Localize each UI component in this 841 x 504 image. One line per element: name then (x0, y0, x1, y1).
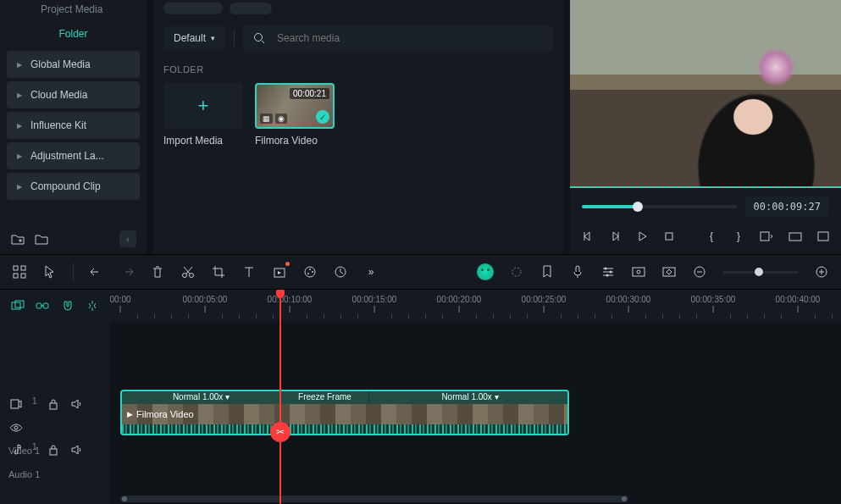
mark-in-button[interactable]: { (705, 229, 717, 244)
timeline-scrollbar[interactable] (120, 496, 831, 502)
scissors-icon[interactable]: ✂ (270, 422, 290, 442)
motion-button[interactable] (333, 264, 348, 280)
fullscreen-button[interactable] (817, 229, 829, 244)
timeline: 1 Video 1 1 Audio 1 00:0000:00:05:0000:0… (0, 290, 841, 504)
play-button[interactable] (636, 229, 648, 244)
video-track-row[interactable]: Normal 1.00x ▾Freeze FrameNormal 1.00x ▾… (110, 390, 841, 435)
collapse-sidebar-button[interactable]: ‹ (119, 230, 136, 247)
video-clip[interactable]: Normal 1.00x ▾Freeze FrameNormal 1.00x ▾… (120, 390, 569, 435)
video-track-header[interactable]: 1 Video 1 (0, 390, 110, 435)
zoom-slider[interactable] (722, 271, 799, 274)
media-clip-thumbnail[interactable]: 00:00:21 ▦ ◉ ✓ (255, 83, 335, 129)
voiceover-button[interactable] (570, 264, 585, 280)
svg-point-15 (307, 273, 309, 274)
timeline-toolbar: » (0, 254, 841, 290)
timeline-ruler[interactable]: 00:0000:00:05:0000:00:10:0000:00:15:0000… (110, 290, 841, 322)
svg-point-9 (183, 274, 187, 278)
mark-out-button[interactable]: } (733, 229, 744, 244)
preview-viewport[interactable] (570, 0, 841, 188)
zoom-in-button[interactable] (814, 264, 829, 280)
tl-option-link-icon[interactable] (36, 298, 51, 313)
crop-button[interactable] (211, 264, 226, 280)
more-tools-button[interactable]: » (363, 264, 379, 280)
keyframe-button[interactable] (661, 264, 677, 280)
stop-button[interactable] (663, 229, 675, 244)
folder-icon[interactable] (34, 231, 49, 246)
delete-button[interactable] (150, 264, 165, 280)
sidebar-item-label: Adjustment La... (30, 150, 104, 162)
ai-assistant-button[interactable] (477, 263, 494, 280)
sidebar-item-global-media[interactable]: ▶Global Media (7, 51, 140, 78)
svg-point-12 (305, 267, 315, 277)
chevron-right-icon: ▶ (17, 61, 22, 69)
quality-dropdown[interactable] (760, 229, 773, 244)
marker-button[interactable] (539, 264, 555, 280)
audio-mix-button[interactable] (600, 264, 616, 280)
audio-track-row[interactable] (110, 435, 841, 481)
new-folder-icon[interactable] (10, 231, 25, 246)
lock-icon[interactable] (46, 396, 61, 412)
tl-option-magnet-icon[interactable] (60, 298, 75, 313)
render-button[interactable] (631, 264, 646, 280)
svg-rect-7 (14, 274, 18, 278)
prev-frame-button[interactable] (582, 229, 594, 244)
lock-icon[interactable] (46, 442, 61, 457)
search-input[interactable] (275, 31, 545, 45)
svg-rect-22 (633, 268, 645, 276)
text-button[interactable] (241, 264, 257, 280)
redo-button[interactable] (119, 264, 135, 280)
svg-rect-8 (21, 274, 25, 278)
sort-dropdown[interactable]: Default ▾ (163, 26, 225, 50)
sidebar-item-influence-kit[interactable]: ▶Influence Kit (7, 112, 140, 139)
media-sidebar: Project Media Folder ▶Global Media ▶Clou… (0, 0, 147, 254)
svg-point-10 (190, 274, 194, 278)
clip-duration-badge: 00:00:21 (290, 88, 329, 99)
svg-point-13 (309, 269, 311, 270)
import-media-button[interactable]: + (163, 83, 243, 129)
svg-rect-1 (666, 233, 672, 240)
preview-timecode: 00:00:09:27 (745, 197, 829, 217)
sidebar-item-compound-clip[interactable]: ▶Compound Clip (7, 173, 140, 200)
sidebar-item-label: Influence Kit (30, 119, 86, 131)
svg-rect-18 (576, 266, 579, 273)
mute-icon[interactable] (69, 442, 85, 457)
audio-track-label: Audio 1 (8, 469, 102, 479)
sidebar-tab-folder[interactable]: Folder (7, 20, 140, 47)
color-button[interactable] (302, 264, 318, 280)
modules-icon[interactable] (12, 264, 27, 280)
sidebar-item-adjustment-layer[interactable]: ▶Adjustment La... (7, 142, 140, 169)
effects-button[interactable] (509, 264, 524, 280)
selection-tool-icon[interactable] (42, 264, 58, 280)
mute-icon[interactable] (69, 396, 85, 412)
clip-waveform (122, 424, 567, 434)
visibility-icon[interactable] (8, 420, 24, 435)
sidebar-tab-project-media[interactable]: Project Media (7, 0, 140, 17)
cut-button[interactable] (180, 264, 196, 280)
svg-point-21 (606, 274, 609, 277)
tl-option-autoripple-icon[interactable] (86, 298, 101, 313)
speed-button[interactable] (272, 264, 287, 280)
svg-rect-3 (789, 233, 801, 241)
next-frame-button[interactable] (609, 229, 621, 244)
undo-button[interactable] (89, 264, 104, 280)
zoom-out-button[interactable] (692, 264, 707, 280)
snapshot-button[interactable] (788, 229, 802, 244)
audio-track-header[interactable]: 1 Audio 1 (0, 435, 110, 481)
filter-pill[interactable] (163, 3, 223, 14)
plus-icon: + (198, 95, 209, 117)
preview-seek-slider[interactable] (582, 205, 737, 208)
chevron-right-icon: ▶ (17, 152, 22, 160)
clip-name-label: Filmora Video (255, 135, 335, 147)
svg-point-0 (255, 34, 263, 42)
sidebar-item-label: Global Media (30, 58, 91, 70)
sidebar-item-cloud-media[interactable]: ▶Cloud Media (7, 81, 140, 108)
video-track-icon (8, 396, 24, 412)
svg-rect-32 (50, 403, 57, 409)
tl-option-overlap-icon[interactable] (10, 298, 25, 313)
playhead[interactable]: ✂ (279, 290, 281, 504)
play-icon: ▶ (127, 410, 133, 418)
clip-title: Filmora Video (136, 409, 194, 419)
svg-rect-4 (818, 232, 828, 241)
filter-pill[interactable] (230, 3, 272, 14)
audio-icon: ◉ (275, 114, 287, 124)
